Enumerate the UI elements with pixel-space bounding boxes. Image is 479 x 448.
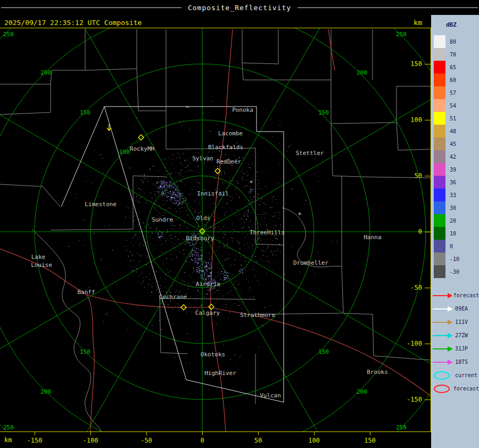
city-label: Cochrane bbox=[159, 294, 187, 300]
point-marker-icon: * bbox=[250, 180, 253, 186]
colorbar-swatch bbox=[434, 112, 445, 125]
legend-track-row: 27ZW bbox=[432, 329, 479, 342]
city-label: Airdrie bbox=[196, 281, 220, 288]
colorbar-swatch bbox=[434, 189, 445, 201]
range-label: 100 bbox=[119, 149, 130, 156]
legend-cell-label: forecast bbox=[453, 386, 479, 392]
city-label: Lake bbox=[31, 254, 46, 260]
polar-grid bbox=[0, 15, 431, 448]
city-label: Brooks bbox=[367, 369, 388, 376]
colorbar-entry: 33 bbox=[434, 189, 459, 201]
colorbar-entry: 30 bbox=[434, 201, 459, 214]
colorbar-entry: 51 bbox=[434, 112, 459, 125]
city-label: Olds bbox=[196, 215, 211, 222]
track-arrow-icon bbox=[432, 359, 453, 366]
colorbar-entry: 80 bbox=[434, 35, 459, 48]
colorbar-value: 39 bbox=[450, 167, 456, 173]
track-arrow-icon bbox=[432, 305, 453, 313]
colorbar-entry: 36 bbox=[434, 176, 459, 189]
legend-cell-row: current bbox=[432, 369, 479, 382]
title-bar: Composite_Reflectivity bbox=[0, 0, 479, 15]
colorbar-swatch bbox=[434, 61, 445, 74]
range-label: 200 bbox=[40, 388, 51, 395]
title-rule-left bbox=[1, 7, 181, 8]
city-label: Drumheller bbox=[293, 259, 329, 266]
colorbar-swatch bbox=[434, 125, 445, 137]
right-axis-tick-label: -100 bbox=[407, 340, 422, 347]
bottom-axis-tick-label: -100 bbox=[83, 437, 98, 444]
track-arrow-icon bbox=[432, 332, 453, 339]
city-label: Stettler bbox=[296, 150, 324, 157]
city-label: Limestone bbox=[85, 201, 117, 208]
range-label: 250 bbox=[396, 424, 407, 431]
legend-track-row: 31JP bbox=[432, 342, 479, 355]
storm-ellipse-icon bbox=[432, 384, 452, 394]
bottom-axis-tick-label: 150 bbox=[364, 437, 376, 444]
range-label: 150 bbox=[318, 348, 329, 355]
colorbar-swatch bbox=[434, 265, 445, 278]
city-label: Sylvan bbox=[192, 155, 213, 162]
right-axis-tick-label: 150 bbox=[410, 60, 422, 68]
colorbar-value: -30 bbox=[450, 269, 459, 275]
right-axis-tick-label: 100 bbox=[410, 116, 422, 124]
legend-track-label: 27ZW bbox=[455, 332, 468, 338]
legend-cell-row: forecast bbox=[432, 382, 479, 395]
colorbar-entry: 57 bbox=[434, 86, 459, 99]
colorbar-value: 36 bbox=[450, 180, 456, 185]
point-marker-icon: ^ bbox=[186, 105, 189, 112]
colorbar-title: dBZ bbox=[446, 21, 457, 28]
colorbar-value: 51 bbox=[450, 116, 456, 121]
colorbar-entry: -30 bbox=[434, 265, 459, 278]
colorbar-swatch bbox=[434, 74, 445, 86]
colorbar-swatch bbox=[434, 176, 445, 189]
colorbar-value: 0 bbox=[450, 243, 453, 249]
colorbar-value: -10 bbox=[450, 256, 459, 262]
city-label: RockyMH bbox=[130, 145, 154, 152]
colorbar-swatch bbox=[434, 137, 445, 150]
range-label: 250 bbox=[3, 424, 14, 431]
colorbar-value: 10 bbox=[450, 231, 456, 237]
legend-track-row: 09EA bbox=[432, 302, 479, 315]
city-label: Vulcan bbox=[260, 392, 281, 399]
map-area: 2025/09/17 22:35:12 UTC Composite km bbox=[0, 15, 431, 448]
city-label: Hanna bbox=[364, 234, 381, 241]
city-label: Sundre bbox=[152, 216, 173, 223]
colorbar-swatch bbox=[434, 252, 445, 265]
range-label: 150 bbox=[80, 348, 90, 355]
range-label: 250 bbox=[396, 31, 407, 38]
colorbar-swatch bbox=[434, 35, 445, 48]
colorbar-entry: 45 bbox=[434, 137, 459, 150]
right-axis-tick-label: 0 bbox=[418, 228, 422, 235]
colorbar-swatch bbox=[434, 86, 445, 99]
radar-map[interactable]: 250200150100250200150150200250150200250 … bbox=[0, 15, 431, 448]
right-axis-tick-label: 50 bbox=[415, 172, 422, 180]
legend-track-label: forecast bbox=[453, 292, 479, 298]
legend-cell-label: current bbox=[455, 372, 477, 378]
colorbar-value: 45 bbox=[450, 141, 456, 147]
colorbar-entry: -10 bbox=[434, 252, 459, 265]
colorbar-swatch bbox=[434, 48, 445, 61]
storm-ellipse-icon bbox=[432, 371, 453, 380]
colorbar-entries: 807065605754514845423936333020100-10-30 bbox=[434, 35, 459, 278]
bottom-axis-tick-label: 50 bbox=[254, 437, 262, 444]
legend-track-row: forecast bbox=[432, 289, 479, 302]
legend-track-label: 31JP bbox=[455, 346, 468, 352]
colorbar-swatch bbox=[434, 150, 445, 163]
range-label: 200 bbox=[40, 69, 51, 76]
right-axis-tick-label: -150 bbox=[407, 396, 422, 403]
legend-track-row: 111V bbox=[432, 315, 479, 329]
colorbar-entry: 54 bbox=[434, 99, 459, 112]
colorbar-value: 60 bbox=[450, 77, 456, 83]
right-axis-tick-label: -50 bbox=[410, 284, 422, 291]
track-arrow-icon bbox=[432, 345, 453, 353]
colorbar-entry: 60 bbox=[434, 74, 459, 86]
colorbar-swatch bbox=[434, 99, 445, 112]
legend-track-label: 111V bbox=[455, 319, 468, 325]
colorbar-value: 33 bbox=[450, 192, 456, 198]
colorbar-value: 30 bbox=[450, 205, 456, 211]
track-arrow-icon bbox=[432, 319, 453, 326]
range-label: 250 bbox=[3, 31, 14, 38]
title-rule-right bbox=[298, 7, 478, 8]
city-label: Innisfail bbox=[197, 190, 229, 197]
colorbar-value: 20 bbox=[450, 218, 456, 224]
